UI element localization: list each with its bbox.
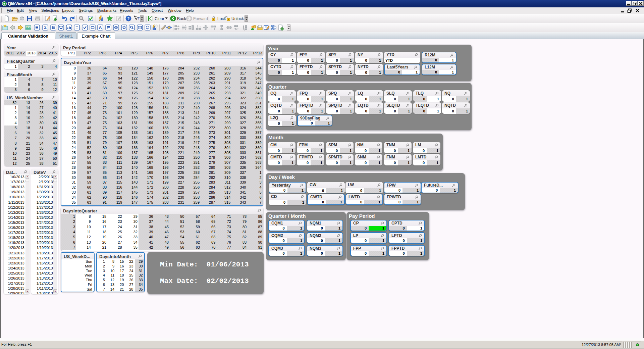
svg-text:Σ: Σ [44, 25, 46, 30]
svg-text:?: ? [127, 16, 129, 21]
svg-text:A: A [99, 25, 102, 30]
svg-text:?: ? [138, 16, 140, 20]
svg-text:=: = [75, 25, 78, 30]
